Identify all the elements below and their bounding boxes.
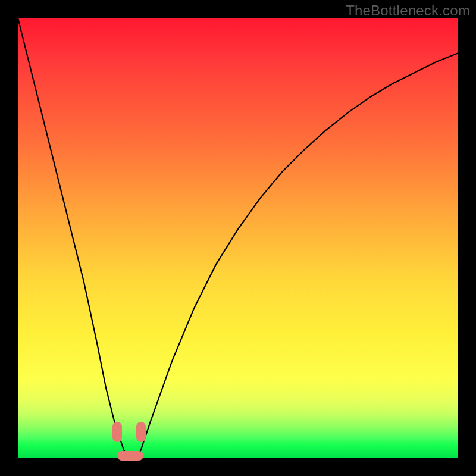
watermark-text: TheBottleneck.com bbox=[346, 2, 470, 19]
plot-area bbox=[18, 18, 458, 458]
curve-svg bbox=[18, 18, 458, 458]
bottleneck-curve bbox=[18, 18, 458, 458]
chart-frame: TheBottleneck.com bbox=[0, 0, 476, 476]
